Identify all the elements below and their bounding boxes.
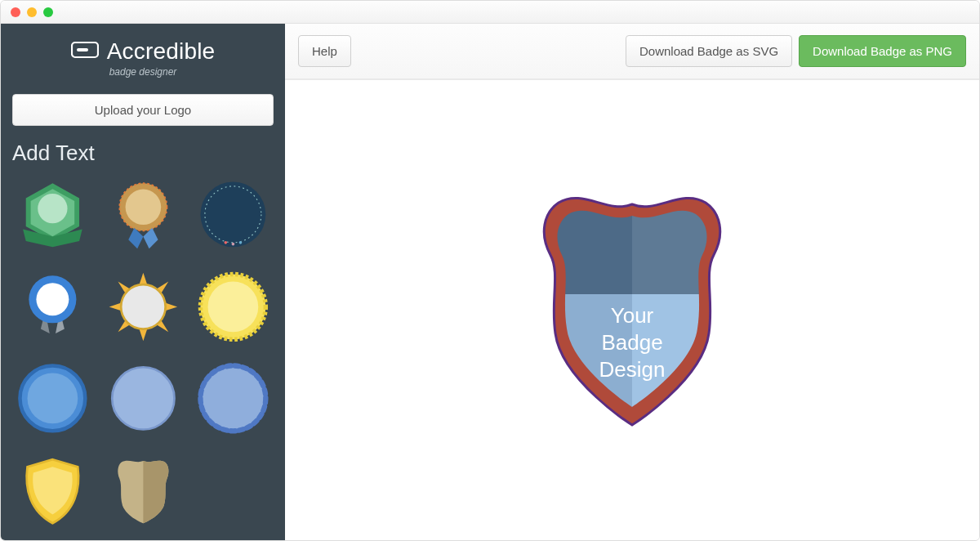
brand: Accredible (12, 38, 274, 65)
shape-medal-gold-ribbon[interactable] (103, 174, 184, 255)
design-canvas[interactable]: Your Badge Design (285, 80, 979, 540)
brand-title: Accredible (107, 38, 216, 65)
badge-text-line3[interactable]: Design (599, 357, 666, 382)
svg-marker-9 (128, 228, 143, 248)
svg-point-4 (38, 194, 67, 223)
shape-circle-blue-ring[interactable] (12, 358, 93, 439)
add-text-button[interactable]: Add Text (12, 139, 274, 168)
shape-circle-lightblue[interactable] (103, 358, 184, 439)
svg-point-8 (125, 189, 161, 225)
svg-point-11 (201, 181, 266, 247)
shape-circle-navy-dotted[interactable] (193, 174, 274, 255)
svg-marker-10 (143, 228, 158, 248)
brand-subtitle: badge designer (12, 66, 274, 78)
shape-medal-white-blue[interactable] (12, 266, 93, 347)
close-icon[interactable] (11, 7, 20, 17)
shape-gallery (12, 174, 274, 531)
svg-point-15 (239, 241, 243, 244)
window-titlebar (1, 1, 979, 24)
download-png-button[interactable]: Download Badge as PNG (799, 35, 966, 67)
svg-rect-47 (632, 180, 755, 294)
badge-text-line1[interactable]: Your (611, 303, 654, 328)
shape-shield-yellow[interactable] (12, 450, 93, 531)
badge-preview[interactable]: Your Badge Design (477, 155, 787, 466)
brand-logo-icon (71, 40, 99, 63)
main-area: Help Download Badge as SVG Download Badg… (285, 24, 979, 540)
shape-seal-yellow-scallop[interactable] (193, 266, 274, 347)
zoom-icon[interactable] (43, 7, 53, 17)
sidebar: Accredible badge designer Upload your Lo… (1, 24, 285, 540)
upload-logo-button[interactable]: Upload your Logo (12, 94, 274, 126)
svg-point-14 (232, 243, 235, 246)
svg-point-13 (225, 241, 228, 244)
badge-text-line2[interactable]: Badge (601, 330, 662, 355)
svg-point-19 (36, 283, 69, 315)
svg-rect-1 (77, 48, 88, 51)
help-button[interactable]: Help (298, 35, 351, 67)
shape-shield-sand[interactable] (103, 450, 184, 531)
shape-hex-ribbon-green[interactable] (12, 174, 93, 255)
shape-sunburst-seal[interactable] (103, 266, 184, 347)
minimize-icon[interactable] (27, 7, 37, 17)
svg-point-32 (208, 281, 259, 332)
toolbar: Help Download Badge as SVG Download Badg… (285, 24, 979, 80)
svg-point-35 (27, 373, 78, 424)
download-svg-button[interactable]: Download Badge as SVG (626, 35, 792, 67)
shape-circle-blue-scallop[interactable] (193, 358, 274, 439)
svg-rect-46 (510, 180, 632, 294)
